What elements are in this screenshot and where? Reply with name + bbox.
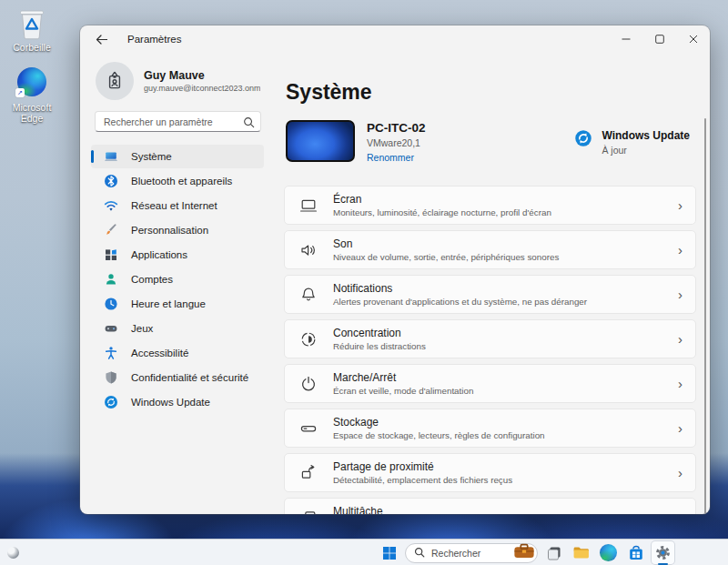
sidebar-item-label: Bluetooth et appareils [131,176,232,187]
profile-card[interactable]: Guy Mauve guy.mauve@itconnect2023.onmicr… [96,62,260,100]
windows-update-icon [104,395,118,409]
accessibility-icon [104,346,118,360]
row-marche-arret[interactable]: Marche/ArrêtÉcran et veille, mode d'alim… [284,364,696,403]
chevron-right-icon: › [678,377,682,390]
taskbar: Rechercher [0,539,728,565]
share-icon [299,464,318,482]
device-card: PC-ITC-02 VMware20,1 Renommer [286,120,426,163]
avatar [96,62,134,100]
chevron-right-icon: › [678,421,682,435]
row-concentration[interactable]: ConcentrationRéduire les distractions › [284,319,696,358]
widgets-icon[interactable] [7,547,19,559]
row-title: Concentration [333,327,426,339]
taskbar-search[interactable]: Rechercher [405,543,538,563]
system-icon [104,149,118,164]
sidebar-item-label: Réseau et Internet [131,200,217,211]
row-subtitle: Détectabilité, emplacement des fichiers … [333,475,512,485]
sidebar-item-confidentialite[interactable]: Confidentialité et sécurité [91,366,264,389]
sidebar-item-windows-update[interactable]: Windows Update [91,390,264,414]
sidebar-item-bluetooth[interactable]: Bluetooth et appareils [91,169,264,193]
edge-icon: ↗ [16,67,47,100]
profile-email: guy.mauve@itconnect2023.onmicro... [144,84,260,93]
row-title: Écran [333,193,551,206]
row-son[interactable]: SonNiveaux de volume, sortie, entrée, pé… [284,230,696,269]
row-notifications[interactable]: NotificationsAlertes provenant d'applica… [284,275,696,314]
search-icon [243,116,255,132]
chevron-right-icon: › [678,332,682,346]
row-subtitle: Réduire les distractions [333,341,426,351]
search-icon [414,545,425,561]
sidebar-item-jeux[interactable]: Jeux [91,317,264,340]
recycle-bin-icon [16,7,47,40]
back-button[interactable] [87,28,115,50]
sidebar-item-systeme[interactable]: Système [91,145,264,168]
minimize-button[interactable] [609,25,642,53]
device-model: VMware20,1 [367,137,426,148]
apps-icon [104,247,118,262]
sidebar-item-comptes[interactable]: Comptes [91,267,264,291]
sidebar-item-label: Système [131,151,172,162]
maximize-button[interactable] [642,25,676,53]
sidebar-item-applications[interactable]: Applications [91,243,264,267]
sidebar-item-reseau[interactable]: Réseau et Internet [91,194,264,217]
settings-app-button[interactable] [652,541,674,564]
sidebar-item-label: Personnalisation [131,225,208,236]
sidebar-item-accessibilite[interactable]: Accessibilité [91,341,264,365]
row-subtitle: Espace de stockage, lecteurs, règles de … [333,430,545,440]
focus-icon [299,330,318,348]
row-partage-proximite[interactable]: Partage de proximitéDétectabilité, empla… [284,453,696,492]
update-label: Windows Update [602,129,690,142]
row-ecran[interactable]: ÉcranMoniteurs, luminosité, éclairage no… [284,186,696,225]
task-view-button[interactable] [542,541,565,564]
vertical-scrollbar[interactable] [704,118,706,514]
sidebar-item-label: Comptes [131,274,173,285]
microsoft-store-button[interactable] [624,541,647,564]
sidebar-item-label: Heure et langue [131,298,206,309]
folder-icon [572,544,590,561]
start-button[interactable] [378,541,400,564]
windows-update-status[interactable]: Windows Update À jour [574,129,690,156]
close-button[interactable] [676,25,710,53]
row-subtitle: Niveaux de volume, sortie, entrée, périp… [333,252,559,262]
storage-icon [299,419,318,438]
sidebar-item-label: Windows Update [131,397,210,408]
bell-icon [299,286,318,304]
chevron-right-icon: › [678,466,682,479]
brush-icon [104,223,118,237]
sidebar-nav: Système Bluetooth et appareils Réseau et… [80,144,273,415]
row-stockage[interactable]: StockageEspace de stockage, lecteurs, rè… [284,409,696,448]
row-title: Multitâche [333,505,541,514]
page-title: Système [286,80,372,105]
windows-update-icon [574,129,592,147]
profile-name: Guy Mauve [144,69,260,82]
clock-icon [104,297,118,311]
titlebar[interactable]: Paramètres [80,25,710,53]
recycle-bin-shortcut[interactable]: Corbeille [2,7,62,53]
edge-icon [600,544,617,561]
sidebar-item-personnalisation[interactable]: Personnalisation [91,218,264,242]
rename-link[interactable]: Renommer [367,152,426,163]
row-title: Marche/Arrêt [333,371,473,384]
wifi-icon [104,198,118,213]
row-title: Partage de proximité [333,460,512,473]
taskbar-search-placeholder: Rechercher [431,548,513,559]
main-content: Système PC-ITC-02 VMware20,1 Renommer Wi… [273,53,710,514]
sidebar: Guy Mauve guy.mauve@itconnect2023.onmicr… [80,53,273,514]
edge-shortcut[interactable]: ↗ Microsoft Edge [2,66,62,124]
device-thumbnail [286,120,355,162]
edge-button[interactable] [597,541,620,564]
row-title: Son [333,237,559,250]
search-highlight-icon [513,543,535,562]
settings-search-input[interactable] [95,111,261,132]
sidebar-item-label: Confidentialité et sécurité [131,372,248,383]
power-icon [299,375,318,393]
file-explorer-button[interactable] [570,541,592,564]
sidebar-item-heure-langue[interactable]: Heure et langue [91,292,264,316]
shortcut-arrow-icon: ↗ [15,88,25,97]
row-title: Stockage [333,416,545,429]
row-multitache[interactable]: MultitâcheAncrer les fenêtres, bureaux, … [284,498,696,514]
row-subtitle: Écran et veille, mode d'alimentation [333,386,473,396]
edge-shortcut-label: Microsoft Edge [2,102,62,124]
sound-icon [299,241,318,259]
settings-rows: ÉcranMoniteurs, luminosité, éclairage no… [284,186,696,514]
